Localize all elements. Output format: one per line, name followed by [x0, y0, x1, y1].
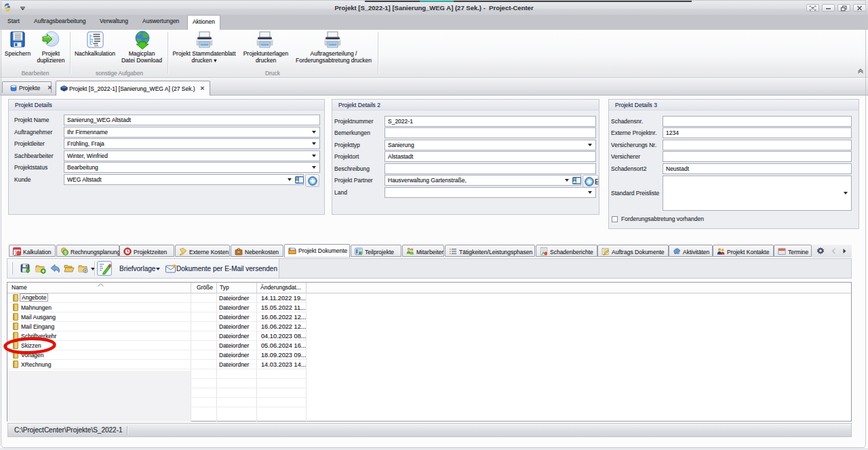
svg-text:$: $ [64, 250, 67, 255]
